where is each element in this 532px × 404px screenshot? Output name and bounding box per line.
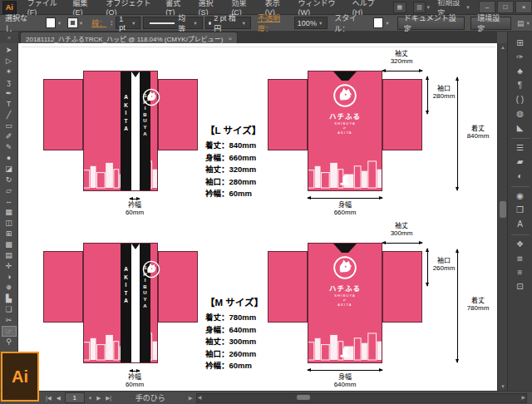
tab-close-icon[interactable]: × — [229, 35, 233, 42]
artboard-number-field[interactable]: 1 — [65, 392, 85, 403]
workspace-switcher-icon[interactable]: ▥ — [413, 2, 426, 13]
slice-tool[interactable]: ✂ — [2, 315, 17, 326]
logo-text: ハチふる — [308, 111, 382, 121]
happi-front-M[interactable]: AKITA SHIBUYA — [43, 243, 198, 363]
shape-builder-tool[interactable]: ◫ — [2, 218, 17, 229]
vertical-scroll-thumb[interactable] — [500, 201, 506, 218]
stroke-width-stepper[interactable]: ▲▼ — [110, 20, 113, 27]
spec-line: 身幅：640mm — [205, 324, 264, 337]
chevron-down-icon[interactable]: ▼ — [88, 396, 92, 401]
gradient-panel-icon[interactable]: ▰ — [511, 155, 530, 168]
mesh-tool[interactable]: ▩ — [2, 239, 17, 250]
happi-front-L[interactable]: AKITA SHIBUYA — [43, 71, 198, 191]
color-guide-panel-icon[interactable]: ◍ — [511, 107, 530, 120]
brush-definition-dropdown[interactable]: 2 pt 楕円 ▼ — [205, 17, 251, 29]
status-expand-icon[interactable]: ▶ — [189, 395, 193, 402]
first-artboard-icon[interactable]: |◀ — [43, 395, 54, 402]
artboard-tool[interactable]: ❏ — [2, 304, 17, 315]
happi-back-M[interactable]: ハチふる SHIBUYA ⇄ AKITA — [268, 243, 422, 363]
links-panel-icon[interactable]: ⧈ — [511, 252, 530, 264]
dim-arrow-sleeve — [382, 71, 422, 71]
previous-artboard-icon[interactable]: ◀ — [54, 395, 63, 402]
chevron-down-icon[interactable]: ▼ — [385, 21, 389, 26]
dog-logo-icon — [332, 254, 358, 281]
column-graph-tool[interactable]: ▙ — [2, 293, 17, 304]
chevron-down-icon[interactable]: ▼ — [79, 21, 83, 26]
dim-label: 衿幅 — [128, 201, 141, 209]
blend-tool[interactable]: ◑ — [2, 272, 17, 283]
scroll-left-icon[interactable]: ◀ — [198, 394, 202, 401]
perspective-grid-tool[interactable]: ⊞ — [2, 229, 17, 239]
brushes-panel-icon[interactable]: ✑ — [511, 51, 530, 63]
chevron-down-icon[interactable]: ▼ — [526, 21, 530, 26]
transparency-panel-icon[interactable]: ◐ — [511, 170, 530, 182]
hand-tool[interactable]: ☞ — [2, 326, 17, 337]
type-tool[interactable]: T — [2, 99, 17, 110]
rotate-tool[interactable]: ↻ — [2, 175, 17, 185]
scale-tool[interactable]: ▱ — [2, 185, 17, 196]
horizontal-scroll-thumb[interactable] — [297, 395, 310, 400]
style-swatch[interactable] — [373, 17, 383, 28]
direct-selection-tool[interactable]: ▷ — [2, 56, 17, 67]
panel-menu-icon[interactable]: ▤ — [517, 19, 525, 27]
opacity-link[interactable]: 不透明度： — [258, 12, 292, 34]
sub-text-shibuya: SHIBUYA — [308, 121, 382, 126]
stroke-width-field[interactable]: 1 pt ▼ — [116, 17, 140, 29]
width-tool[interactable]: ↔ — [2, 196, 17, 207]
preferences-button[interactable]: 環境設定 — [470, 17, 511, 30]
toolbar-collapse-icon[interactable]: » — [0, 32, 18, 43]
dim-arrow-length — [457, 249, 458, 362]
opacity-field[interactable]: 100% ▼ — [294, 17, 328, 29]
paragraph-panel-icon[interactable]: ¶ — [511, 79, 530, 91]
happi-back-L[interactable]: ハチふる SHIBUYA ⇄ AKITA — [268, 71, 422, 191]
zoom-tool[interactable]: ⚲ — [2, 337, 17, 347]
close-button[interactable]: × — [515, 1, 532, 13]
artboards-panel-icon[interactable]: ⊞ — [511, 37, 530, 49]
blob-brush-tool[interactable]: ● — [2, 153, 17, 164]
eyedropper-tool[interactable]: ✛ — [2, 261, 17, 272]
gradient-tool[interactable]: ▤ — [2, 250, 17, 261]
next-artboard-icon[interactable]: ▶ — [94, 395, 103, 402]
glyphs-panel-icon[interactable]: ( ) — [511, 93, 530, 106]
artboard-canvas[interactable]: AKITA SHIBUYA 衿幅 60mm 【L サイズ】 着丈：840mm 身… — [18, 43, 497, 391]
magic-wand-tool[interactable]: ✶ — [2, 67, 17, 77]
transform-panel-icon[interactable]: ⊡ — [511, 280, 530, 293]
lasso-tool[interactable]: ʒ — [2, 77, 17, 88]
stroke-panel-icon[interactable]: ☰ — [511, 141, 530, 154]
menu-edit[interactable]: 編集(E) — [67, 0, 101, 15]
logo-text: ハチふる — [308, 283, 382, 293]
menu-object[interactable]: オブジェクト(O) — [100, 0, 160, 15]
symbols-panel-icon[interactable]: ♣ — [511, 65, 530, 77]
pen-tool[interactable]: ✒ — [2, 88, 17, 99]
align-panel-icon[interactable]: ≡ — [511, 266, 530, 278]
free-transform-tool[interactable]: ▦ — [2, 207, 17, 218]
chevron-down-icon[interactable]: ▼ — [57, 21, 62, 26]
color-panel-icon[interactable]: ◉ — [511, 190, 530, 202]
selection-tool[interactable]: ➤ — [2, 45, 17, 56]
last-artboard-icon[interactable]: ▶| — [103, 395, 114, 402]
pencil-tool[interactable]: ✎ — [2, 142, 17, 153]
fill-color-swatch[interactable] — [46, 17, 56, 28]
eraser-tool[interactable]: ◪ — [2, 164, 17, 175]
document-tab[interactable]: 20181112_ハチふるTRCK_ハッピ @ 118.04% (CMYK/プレ… — [20, 32, 238, 44]
stroke-color-swatch[interactable] — [68, 18, 77, 27]
appearance-panel-icon[interactable]: ❐ — [511, 204, 530, 216]
chevron-down-icon: ▼ — [193, 21, 197, 26]
stroke-link[interactable]: 線： — [91, 17, 106, 28]
stroke-profile-dropdown[interactable]: 均等 ▼ — [143, 17, 202, 29]
document-setup-button[interactable]: ドキュメント設定 — [397, 17, 466, 30]
line-segment-tool[interactable]: ╱ — [2, 110, 17, 121]
character-panel-icon[interactable]: A — [511, 218, 530, 230]
spec-line: 着丈：780mm — [205, 312, 264, 324]
scroll-right-icon[interactable]: ▶ — [521, 394, 525, 401]
vertical-scrollbar[interactable]: ▲ ▼ — [497, 43, 507, 391]
sleeve-left — [268, 251, 308, 323]
arrange-documents-icon[interactable]: ▦ — [393, 2, 406, 13]
symbol-sprayer-tool[interactable]: ✵ — [2, 283, 17, 293]
layers-panel-icon[interactable]: ❖ — [511, 238, 530, 250]
rectangle-tool[interactable]: ▭ — [2, 121, 17, 131]
swatches-panel-icon[interactable]: ◣ — [511, 121, 530, 134]
horizontal-scrollbar[interactable]: ◀ ▶ — [196, 393, 527, 403]
paintbrush-tool[interactable]: ✐ — [2, 131, 17, 142]
dim-sleeve-length-M: 袖丈 300mm — [381, 222, 422, 237]
